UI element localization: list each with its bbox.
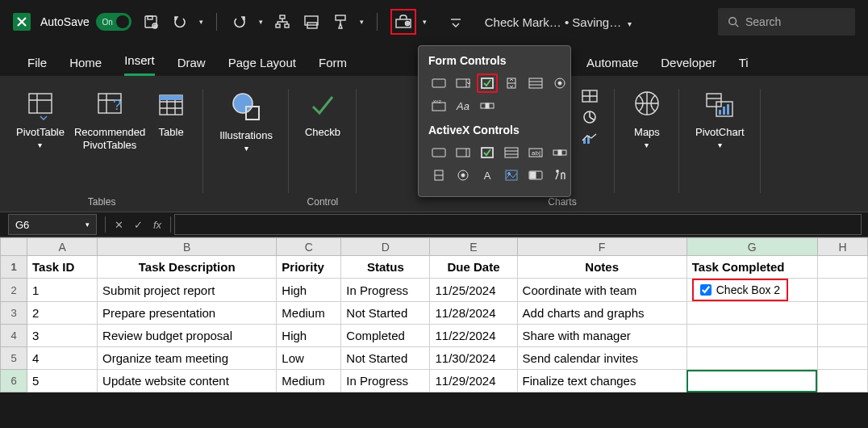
activex-button-icon[interactable] (428, 143, 449, 162)
cell[interactable]: Update website content (98, 370, 277, 392)
cell[interactable]: 11/25/2024 (430, 279, 517, 302)
cell[interactable]: In Progress (341, 279, 430, 302)
autosave-toggle[interactable]: On (96, 13, 131, 31)
tab-insert[interactable]: Insert (124, 47, 155, 76)
maps-button[interactable]: Maps▾ (626, 84, 668, 153)
cell[interactable] (817, 279, 867, 302)
cell[interactable]: Status (341, 256, 430, 279)
cell[interactable] (817, 325, 867, 347)
cell[interactable] (817, 370, 867, 392)
recommended-pivottables-button[interactable]: ? Recommended PivotTables (69, 84, 150, 154)
col-header[interactable]: B (98, 238, 277, 256)
tab-page-layout[interactable]: Page Layout (228, 49, 296, 76)
col-header[interactable]: D (341, 238, 430, 256)
toolbox-icon[interactable] (394, 12, 413, 31)
tab-automate[interactable]: Automate (586, 49, 638, 76)
col-header[interactable]: E (430, 238, 517, 256)
enter-formula-icon[interactable]: ✓ (128, 219, 148, 231)
col-header[interactable]: H (817, 238, 867, 256)
cell[interactable]: Send calendar invites (517, 347, 686, 370)
cell[interactable]: Completed (341, 325, 430, 347)
checkbox-button[interactable]: Checkb (300, 84, 345, 141)
cell[interactable]: Submit project report (98, 279, 277, 302)
activex-spinner-icon[interactable] (428, 166, 449, 185)
col-header[interactable]: C (277, 238, 341, 256)
formula-input[interactable] (174, 214, 862, 235)
activex-scrollbar-icon[interactable] (549, 143, 570, 162)
cell[interactable]: 4 (27, 347, 98, 370)
save-icon[interactable] (141, 12, 161, 31)
cell[interactable]: Medium (277, 370, 341, 392)
form-combobox-icon[interactable] (453, 73, 474, 93)
cell[interactable]: Finalize text changes (517, 370, 686, 392)
cell[interactable]: Share with manager (517, 325, 686, 347)
table-button[interactable]: Table (150, 84, 192, 141)
cell[interactable]: Low (277, 347, 341, 370)
cell[interactable]: Not Started (341, 302, 430, 325)
layout-icon[interactable] (302, 12, 321, 31)
col-header[interactable]: A (27, 238, 98, 256)
cell[interactable]: High (277, 325, 341, 347)
cell[interactable]: 11/30/2024 (430, 347, 517, 370)
pivottable-button[interactable]: PivotTable▾ (11, 84, 69, 153)
activex-image-icon[interactable] (501, 166, 522, 185)
tab-formulas[interactable]: Form (319, 49, 347, 76)
undo-icon[interactable] (170, 12, 190, 31)
cell[interactable]: 11/28/2024 (430, 302, 517, 325)
cell[interactable]: Review budget proposal (98, 325, 277, 347)
cell[interactable] (686, 325, 817, 347)
tab-home[interactable]: Home (69, 49, 102, 76)
illustrations-button[interactable]: Illustrations▾ (215, 84, 278, 156)
cell[interactable]: Organize team meeting (98, 347, 277, 370)
active-cell[interactable] (686, 370, 817, 392)
cell[interactable]: Task Completed (686, 256, 817, 279)
customize-qat-icon[interactable] (446, 12, 465, 31)
tab-developer[interactable]: Developer (661, 49, 716, 76)
activex-checkbox-icon[interactable] (477, 143, 498, 162)
select-all-corner[interactable] (1, 238, 27, 256)
chart-hierarchy-icon[interactable] (579, 87, 600, 105)
cell[interactable]: 1 (27, 279, 98, 302)
cell[interactable]: Due Date (430, 256, 517, 279)
cell[interactable] (686, 302, 817, 325)
cell[interactable] (817, 347, 867, 370)
activex-combobox-icon[interactable] (453, 143, 474, 162)
checkbox-control[interactable]: Check Box 2 (692, 279, 788, 301)
row-header[interactable]: 6 (1, 370, 27, 392)
hierarchy-icon[interactable] (273, 12, 292, 31)
row-header[interactable]: 2 (1, 279, 27, 302)
col-header[interactable]: G (686, 238, 817, 256)
cell[interactable] (686, 347, 817, 370)
cell[interactable]: 11/22/2024 (430, 325, 517, 347)
cell[interactable]: Notes (517, 256, 686, 279)
tab-draw[interactable]: Draw (177, 49, 206, 76)
row-header[interactable]: 4 (1, 325, 27, 347)
cell[interactable]: 3 (27, 325, 98, 347)
cell[interactable]: Coordinate with team (517, 279, 686, 302)
row-header[interactable]: 1 (1, 256, 27, 279)
tab-file[interactable]: File (27, 49, 47, 76)
activex-more-icon[interactable] (549, 166, 570, 185)
form-option-icon[interactable] (549, 73, 570, 93)
activex-textbox-icon[interactable]: ab| (525, 143, 546, 162)
fx-icon[interactable]: fx (148, 219, 167, 231)
cell[interactable]: Task ID (27, 256, 98, 279)
cell[interactable]: 5 (27, 370, 98, 392)
pivotchart-button[interactable]: PivotChart▾ (691, 84, 749, 153)
form-label-icon[interactable]: Aa (453, 96, 474, 115)
cell[interactable] (817, 302, 867, 325)
cell[interactable]: 11/29/2024 (430, 370, 517, 392)
col-header[interactable]: F (517, 238, 686, 256)
cell[interactable]: Medium (277, 302, 341, 325)
activex-label-icon[interactable]: A (477, 166, 498, 185)
cancel-formula-icon[interactable]: ✕ (109, 219, 128, 231)
cell[interactable]: Add charts and graphs (517, 302, 686, 325)
cell[interactable]: Prepare presentation (98, 302, 277, 325)
chart-combo-icon[interactable] (579, 129, 600, 147)
cell[interactable]: 2 (27, 302, 98, 325)
cell[interactable]: Task Description (98, 256, 277, 279)
checkbox-input[interactable] (700, 284, 712, 296)
cell[interactable]: Priority (277, 256, 341, 279)
cell[interactable]: Check Box 2 (686, 279, 817, 302)
row-header[interactable]: 5 (1, 347, 27, 370)
